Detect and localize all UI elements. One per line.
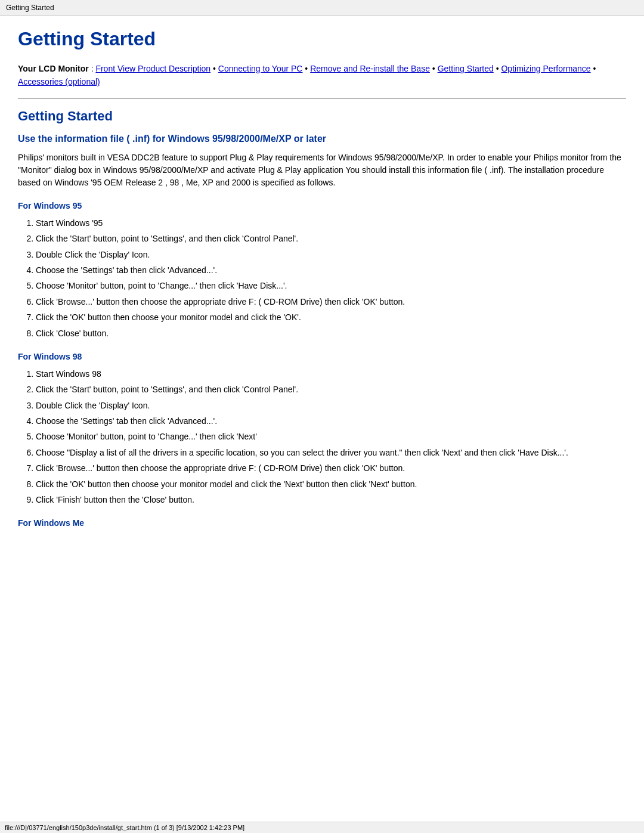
nav-link-front-view[interactable]: Front View Product Description <box>95 64 210 73</box>
list-item: Double Click the 'Display' Icon. <box>36 248 626 261</box>
windows-95-steps-list: Start Windows '95 Click the 'Start' butt… <box>36 216 626 340</box>
nav-link-remove-reinstall[interactable]: Remove and Re-install the Base <box>310 64 430 73</box>
list-item: Choose 'Monitor' button, point to 'Chang… <box>36 279 626 292</box>
list-item: Start Windows '95 <box>36 216 626 230</box>
windows-98-steps-list: Start Windows 98 Click the 'Start' butto… <box>36 367 626 507</box>
list-item: Double Click the 'Display' Icon. <box>36 399 626 412</box>
nav-bullet-5: • <box>593 64 596 73</box>
nav-link-accessories[interactable]: Accessories (optional) <box>18 77 100 86</box>
list-item: Click 'Finish' button then the 'Close' b… <box>36 493 626 506</box>
nav-link-optimizing[interactable]: Optimizing Performance <box>501 64 590 73</box>
list-item: Choose the 'Settings' tab then click 'Ad… <box>36 414 626 428</box>
nav-bullet-3: • <box>432 64 438 73</box>
horizontal-rule <box>18 98 626 99</box>
windows-95-section: For Windows 95 Start Windows '95 Click t… <box>18 201 626 340</box>
section-getting-started-title: Getting Started <box>18 109 626 124</box>
list-item: Click the 'OK' button then choose your m… <box>36 311 626 324</box>
list-item: Choose "Display a list of all the driver… <box>36 446 626 459</box>
list-item: Click 'Close' button. <box>36 327 626 340</box>
list-item: Click 'Browse...' button then choose the… <box>36 462 626 475</box>
nav-bullet-2: • <box>305 64 310 73</box>
nav-link-getting-started[interactable]: Getting Started <box>438 64 494 73</box>
nav-links-block: Your LCD Monitor : Front View Product De… <box>18 62 626 89</box>
windows-98-section: For Windows 98 Start Windows 98 Click th… <box>18 352 626 507</box>
windows-me-section: For Windows Me <box>18 518 626 528</box>
windows-98-heading: For Windows 98 <box>18 352 626 361</box>
list-item: Click the 'Start' button, point to 'Sett… <box>36 383 626 396</box>
list-item: Click the 'OK' button then choose your m… <box>36 478 626 491</box>
list-item: Choose 'Monitor' button, point to 'Chang… <box>36 430 626 443</box>
browser-tab-label: Getting Started <box>0 0 644 16</box>
windows-95-heading: For Windows 95 <box>18 201 626 210</box>
list-item: Start Windows 98 <box>36 367 626 380</box>
intro-paragraph: Philips' monitors built in VESA DDC2B fe… <box>18 151 626 189</box>
your-lcd-monitor-label: Your LCD Monitor <box>18 64 89 73</box>
subsection-inf-title: Use the information file ( .inf) for Win… <box>18 134 626 144</box>
nav-link-connecting[interactable]: Connecting to Your PC <box>218 64 303 73</box>
list-item: Choose the 'Settings' tab then click 'Ad… <box>36 264 626 277</box>
page-title: Getting Started <box>18 28 626 50</box>
list-item: Click 'Browse...' button then choose the… <box>36 295 626 308</box>
windows-me-heading: For Windows Me <box>18 518 626 528</box>
list-item: Click the 'Start' button, point to 'Sett… <box>36 232 626 245</box>
nav-bullet-1: • <box>213 64 218 73</box>
